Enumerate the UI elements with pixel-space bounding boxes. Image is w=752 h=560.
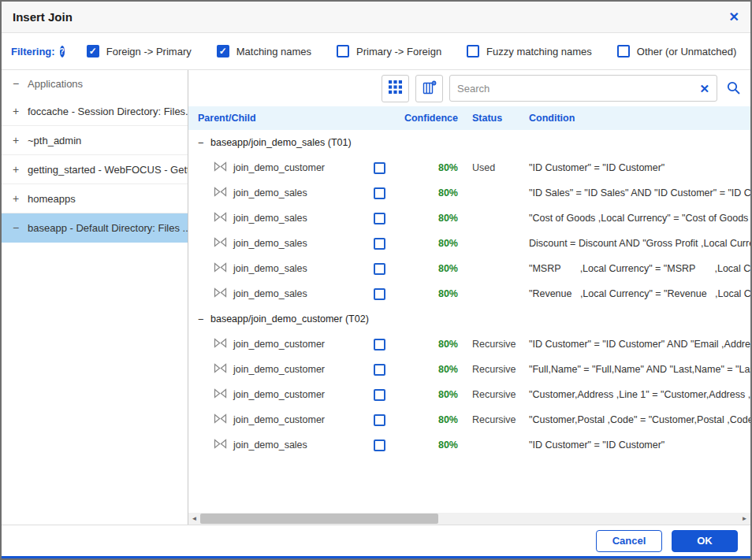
search-input[interactable] bbox=[457, 83, 693, 95]
collapse-icon[interactable]: − bbox=[12, 77, 20, 90]
row-name: join_demo_sales bbox=[233, 213, 307, 224]
row-checkbox[interactable] bbox=[374, 339, 385, 350]
scroll-right-icon[interactable]: ► bbox=[739, 513, 750, 525]
other-unmatched-checkbox[interactable] bbox=[617, 45, 630, 57]
row-checkbox[interactable] bbox=[374, 213, 385, 224]
table-row[interactable]: join_demo_sales 80% Discount = Discount … bbox=[188, 231, 750, 256]
tree-root-applications[interactable]: − Applications bbox=[2, 70, 188, 97]
table-row[interactable]: join_demo_sales 80% "Cost of Goods ,Loca… bbox=[188, 206, 750, 231]
confidence-value: 80% bbox=[395, 439, 458, 451]
table-row[interactable]: join_demo_customer 80% Recursive "Custom… bbox=[188, 382, 750, 407]
row-name: join_demo_sales bbox=[233, 238, 307, 249]
group-label: baseapp/join_demo_sales (T01) bbox=[210, 137, 352, 148]
row-checkbox[interactable] bbox=[374, 414, 385, 426]
grid-view-button[interactable] bbox=[382, 75, 409, 102]
group-row[interactable]: − baseapp/join_demo_sales (T01) bbox=[188, 130, 750, 155]
checkbox-label: Matching names bbox=[236, 46, 311, 57]
group-row[interactable]: − baseapp/join_demo_customer (T02) bbox=[188, 306, 750, 332]
join-icon bbox=[214, 287, 227, 300]
condition-value: "Cost of Goods ,Local Currency" = "Cost … bbox=[529, 213, 750, 224]
help-icon[interactable]: ? bbox=[60, 46, 65, 57]
join-icon bbox=[214, 338, 227, 350]
row-name: join_demo_customer bbox=[233, 339, 325, 350]
matching-names-checkbox[interactable] bbox=[217, 45, 229, 57]
tree-item-label: getting_started - WebFOCUS - Gett... bbox=[28, 164, 188, 176]
tree-root-label: Applications bbox=[28, 78, 83, 90]
filter-foreign-primary: Foreign -> Primary bbox=[87, 45, 192, 57]
row-checkbox[interactable] bbox=[374, 288, 385, 300]
row-checkbox[interactable] bbox=[374, 162, 385, 174]
search-icon[interactable] bbox=[727, 81, 741, 95]
insert-join-dialog: Insert Join ✕ Filtering: ? Foreign -> Pr… bbox=[0, 0, 752, 560]
scrollbar-thumb[interactable] bbox=[200, 514, 438, 524]
table-row[interactable]: join_demo_sales 80% "MSRP ,Local Currenc… bbox=[188, 256, 750, 281]
row-checkbox[interactable] bbox=[374, 389, 385, 401]
checkbox-label: Fuzzy matching names bbox=[486, 46, 592, 57]
table-row[interactable]: join_demo_sales 80% "ID Customer" = "ID … bbox=[188, 432, 750, 458]
table-row[interactable]: join_demo_sales 80% "Revenue ,Local Curr… bbox=[188, 281, 750, 306]
join-icon bbox=[214, 414, 227, 426]
confidence-value: 80% bbox=[395, 162, 458, 173]
row-checkbox[interactable] bbox=[374, 364, 385, 376]
foreign-primary-checkbox[interactable] bbox=[87, 45, 99, 57]
expand-icon[interactable]: + bbox=[12, 163, 20, 176]
filtering-label: Filtering: bbox=[11, 46, 55, 57]
horizontal-scrollbar[interactable]: ◄ ► bbox=[188, 513, 750, 525]
status-value: Recursive bbox=[458, 364, 529, 375]
confidence-value: 80% bbox=[395, 414, 458, 425]
table-row[interactable]: join_demo_sales 80% "ID Sales" = "ID Sal… bbox=[188, 180, 750, 206]
filter-primary-foreign: Primary -> Foreign bbox=[337, 45, 441, 57]
title-bar: Insert Join ✕ bbox=[2, 2, 750, 33]
table-row[interactable]: join_demo_customer 80% Recursive "Full,N… bbox=[188, 357, 750, 382]
confidence-value: 80% bbox=[395, 364, 458, 375]
row-name: join_demo_sales bbox=[233, 263, 307, 274]
sidebar-item-baseapp[interactable]: − baseapp - Default Directory: Files ... bbox=[2, 213, 188, 243]
sidebar-item-homeapps[interactable]: + homeapps bbox=[2, 184, 188, 213]
collapse-icon[interactable]: − bbox=[198, 137, 206, 149]
cancel-button[interactable]: Cancel bbox=[596, 530, 662, 552]
table-row[interactable]: join_demo_customer 80% Used "ID Customer… bbox=[188, 155, 750, 180]
column-settings-button[interactable] bbox=[415, 75, 443, 102]
condition-value: "Customer,Address ,Line 1" = "Customer,A… bbox=[529, 389, 750, 400]
ok-button[interactable]: OK bbox=[672, 530, 738, 552]
row-name: join_demo_customer bbox=[233, 364, 325, 375]
checkbox-label: Foreign -> Primary bbox=[106, 46, 192, 57]
fuzzy-matching-checkbox[interactable] bbox=[467, 45, 479, 57]
close-icon[interactable]: ✕ bbox=[729, 11, 739, 24]
status-value: Recursive bbox=[458, 389, 529, 400]
join-icon bbox=[214, 363, 227, 376]
dialog-body: − Applications + foccache - Session Dire… bbox=[2, 70, 750, 525]
row-checkbox[interactable] bbox=[374, 263, 385, 275]
page-title: Insert Join bbox=[13, 10, 73, 24]
condition-value: Discount = Discount AND "Gross Profit ,L… bbox=[529, 238, 750, 249]
header-parent-child: Parent/Child bbox=[198, 113, 363, 124]
row-name: join_demo_customer bbox=[233, 389, 325, 400]
filter-bar: Filtering: ? Foreign -> Primary Matching… bbox=[2, 33, 750, 70]
table-row[interactable]: join_demo_customer 80% Recursive "Custom… bbox=[188, 407, 750, 432]
table-row[interactable]: join_demo_customer 80% Recursive "ID Cus… bbox=[188, 332, 750, 357]
checkbox-label: Other (or Unmatched) bbox=[637, 46, 736, 57]
clear-search-icon[interactable]: ✕ bbox=[699, 83, 709, 95]
collapse-icon[interactable]: − bbox=[12, 221, 20, 234]
primary-foreign-checkbox[interactable] bbox=[337, 45, 349, 57]
row-name: join_demo_customer bbox=[233, 162, 325, 173]
applications-tree: − Applications + foccache - Session Dire… bbox=[2, 70, 188, 525]
condition-value: "ID Customer" = "ID Customer" bbox=[529, 162, 750, 173]
expand-icon[interactable]: + bbox=[12, 134, 20, 146]
sidebar-item-pth-admin[interactable]: + ~pth_admin bbox=[2, 126, 188, 155]
join-icon bbox=[214, 262, 227, 275]
scroll-left-icon[interactable]: ◄ bbox=[188, 513, 200, 525]
sidebar-item-foccache[interactable]: + foccache - Session Directory: Files... bbox=[2, 97, 188, 126]
status-value: Recursive bbox=[458, 414, 529, 425]
row-checkbox[interactable] bbox=[374, 439, 385, 451]
expand-icon[interactable]: + bbox=[12, 192, 20, 205]
row-checkbox[interactable] bbox=[374, 238, 385, 250]
search-box: ✕ bbox=[449, 75, 717, 102]
row-checkbox[interactable] bbox=[374, 187, 385, 199]
expand-icon[interactable]: + bbox=[12, 105, 20, 117]
dialog-accent-bar bbox=[2, 556, 750, 558]
collapse-icon[interactable]: − bbox=[198, 313, 206, 325]
sidebar-item-getting-started[interactable]: + getting_started - WebFOCUS - Gett... bbox=[2, 155, 188, 184]
status-value: Recursive bbox=[458, 339, 529, 350]
scrollbar-track[interactable] bbox=[200, 513, 739, 525]
